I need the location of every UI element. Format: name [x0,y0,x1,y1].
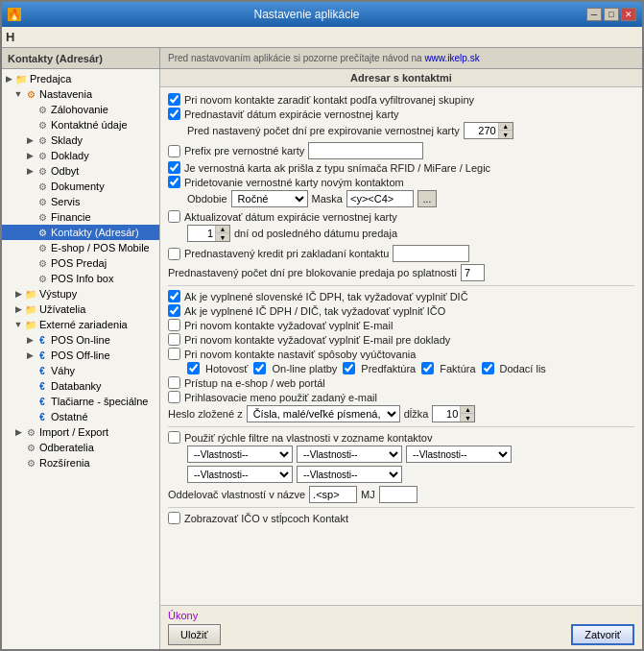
tree-toggle[interactable]: ▶ [25,166,35,176]
maximize-button[interactable]: □ [604,8,619,21]
splatnost-input[interactable] [461,264,485,281]
sidebar-item-financie[interactable]: ⚙ Financie [2,209,159,225]
sidebar-item-pos-online[interactable]: ▶ € POS On-line [2,332,159,348]
sidebar-item-zalohovanie[interactable]: ⚙ Zálohovanie [2,102,159,117]
prefix-input[interactable] [308,142,423,159]
sidebar-item-databanky[interactable]: € Databanky [2,378,159,394]
sidebar-item-pos-offline[interactable]: ▶ € POS Off-line [2,348,159,363]
expiry-spin-up[interactable]: ▲ [499,123,513,131]
dni-input[interactable] [188,226,215,241]
expiry-spin-down[interactable]: ▼ [499,131,513,138]
tree-toggle[interactable]: ▼ [13,89,23,99]
sidebar-item-tlaciar[interactable]: € Tlačiarne - špeciálne [2,394,159,409]
sidebar-item-label: Dokumenty [51,181,105,192]
oddelovac-input[interactable] [309,486,357,503]
sidebar-item-uzivate\u013aaia[interactable]: ▶ 📁 Užívatelia [2,301,159,317]
sidebar-item-kontaktne-udaje[interactable]: ⚙ Kontaktné údaje [2,117,159,133]
vlastnosti-select-2[interactable]: --Vlastnosti-- [297,446,402,463]
checkbox-ic-dph[interactable] [168,290,180,302]
checkbox-vlastnosti-filter[interactable] [168,431,180,444]
tree-toggle[interactable]: ▶ [25,135,35,145]
vlastnosti-select-3[interactable]: --Vlastnosti-- [406,446,512,463]
footer: Úkony Uložiť Zatvoriť [160,605,642,649]
maska-input[interactable] [346,190,414,207]
dlzka-input[interactable] [433,406,460,422]
sidebar-item-kontakty[interactable]: ⚙ Kontakty (Adresár) [2,225,159,240]
sidebar-item-doklady[interactable]: ▶ ⚙ Doklady [2,148,159,163]
checkbox-email[interactable] [168,319,180,331]
checkbox-prednastavit[interactable] [168,108,180,120]
checkbox-prefix[interactable] [168,145,180,157]
sidebar-item-odberatelia[interactable]: ⚙ Odberatelia [2,440,159,455]
mj-input[interactable] [379,486,417,503]
close-button[interactable]: Zatvoriť [571,624,634,645]
checkbox-hotovost[interactable] [187,362,200,374]
tree-toggle[interactable]: ▶ [4,74,13,84]
maska-button[interactable]: ... [417,190,437,207]
euro-icon: € [36,349,49,362]
dni-spin-up[interactable]: ▲ [216,226,229,233]
sidebar-item-rozsirenia[interactable]: ⚙ Rozšírenia [2,455,159,470]
checkbox-aktualizovat[interactable] [168,210,180,223]
kredit-input[interactable] [393,245,469,262]
euro-icon: € [36,410,49,423]
folder-icon: 📁 [24,302,37,316]
tree-toggle[interactable]: ▶ [13,427,23,437]
tree-toggle[interactable]: ▶ [25,335,35,345]
vlastnosti-select-1[interactable]: --Vlastnosti-- [187,446,293,463]
aktualizovat-row: Aktualizovať dátum expirácie vernostnej … [168,210,634,223]
sidebar-item-import[interactable]: ▶ ⚙ Import / Export [2,424,159,440]
checkbox-online[interactable] [253,362,266,374]
expiry-days-input[interactable] [465,123,498,138]
checkbox-pristup[interactable] [168,376,180,389]
checkbox-pri-novom[interactable] [168,93,180,106]
checkbox-predfaktura[interactable] [343,362,355,374]
sidebar-item-odbyt[interactable]: ▶ ⚙ Odbyt [2,163,159,179]
heslo-row: Heslo zložené z Čísla, malé/veľké písmen… [168,405,634,422]
sidebar-item-predajca[interactable]: ▶ 📁 Predajca [2,71,159,86]
ic-dph-label: Ak je vyplnené slovenské IČ DPH, tak vyž… [184,291,468,302]
gear-icon: ⚙ [24,456,37,470]
sidebar-item-pos-predaj[interactable]: ⚙ POS Predaj [2,255,159,271]
email2-label: Pri novom kontakte vyžadovať vyplniť E-m… [184,334,450,346]
dni-spin-down[interactable]: ▼ [216,233,229,241]
header-link[interactable]: www.ikelp.sk [424,53,479,63]
tree-toggle[interactable]: ▼ [13,320,23,329]
ic-dph2-row: Ak je vyplnené IČ DPH / DIČ, tak vyžadov… [168,304,634,317]
tree-toggle[interactable]: ▶ [25,350,35,360]
save-button[interactable]: Uložiť [168,624,221,645]
dlzka-spin-down[interactable]: ▼ [461,414,474,422]
sidebar-item-vystupy[interactable]: ▶ 📁 Výstupy [2,286,159,301]
sidebar-item-eshop[interactable]: ⚙ E-shop / POS Mobile [2,240,159,255]
vlastnosti-select-5[interactable]: --Vlastnosti-- [297,466,402,483]
obdobie-select[interactable]: Ročné Mesačné [231,190,308,207]
sidebar-item-sklady[interactable]: ▶ ⚙ Sklady [2,133,159,148]
close-button[interactable]: ✕ [621,8,636,21]
checkbox-zobrazovat[interactable] [168,512,180,524]
checkbox-prihlasovanie[interactable] [168,391,180,403]
sidebar-item-externe[interactable]: ▼ 📁 Externé zariadenia [2,317,159,332]
checkbox-ic-dph2[interactable] [168,304,180,317]
vlastnosti-select-4[interactable]: --Vlastnosti-- [187,466,293,483]
checkbox-pridelovanie[interactable] [168,176,180,188]
sidebar-item-label: Databanky [51,380,102,392]
sidebar-item-servis[interactable]: ⚙ Servis [2,194,159,209]
checkbox-dodaci[interactable] [482,362,494,374]
tree-toggle[interactable]: ▶ [13,289,23,299]
heslo-select[interactable]: Čísla, malé/veľké písmená, od Len čísla … [247,405,400,422]
tree-toggle[interactable]: ▶ [25,151,35,160]
sidebar-item-ostatne[interactable]: € Ostatné [2,409,159,424]
checkbox-faktura[interactable] [421,362,434,374]
sidebar-item-vahy[interactable]: € Váhy [2,363,159,378]
checkbox-email2[interactable] [168,333,180,346]
minimize-button[interactable]: ─ [586,8,602,21]
checkbox-kredit[interactable] [168,248,180,260]
tree-toggle[interactable]: ▶ [13,304,23,314]
sidebar-item-nastavenia[interactable]: ▼ ⚙ Nastavenia [2,86,159,102]
dlzka-spin-up[interactable]: ▲ [461,406,474,414]
sidebar-item-pos-info[interactable]: ⚙ POS Info box [2,271,159,286]
checkbox-rfid[interactable] [168,161,180,174]
sidebar-item-dokumenty[interactable]: ⚙ Dokumenty [2,179,159,194]
euro-icon: € [36,333,49,347]
checkbox-sposob[interactable] [168,348,180,360]
